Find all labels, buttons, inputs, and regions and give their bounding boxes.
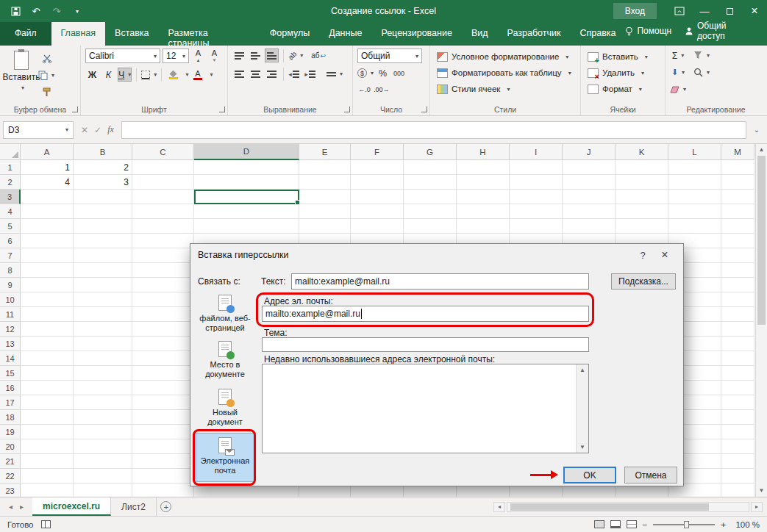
text-to-display-input[interactable]: mailto:example@mail.ru: [291, 273, 589, 290]
decrease-indent-button[interactable]: ◂: [288, 67, 302, 81]
cell-B6[interactable]: [74, 234, 132, 248]
sidebar-item-place-in-document[interactable]: Место в документе: [196, 337, 254, 381]
cell-M2[interactable]: [721, 175, 754, 190]
column-header-D[interactable]: D: [194, 144, 299, 160]
cell-A20[interactable]: [21, 439, 74, 454]
cell-C10[interactable]: [132, 292, 194, 307]
cell-B11[interactable]: [74, 307, 132, 322]
cell-E3[interactable]: [299, 190, 351, 204]
row-header-4[interactable]: 4: [0, 204, 21, 219]
cell-B18[interactable]: [74, 410, 132, 425]
cell-M20[interactable]: [721, 439, 754, 454]
decrease-decimal-button[interactable]: .00→: [374, 82, 390, 96]
sheet-tab-list2[interactable]: Лист2: [111, 497, 157, 516]
cell-I2[interactable]: [510, 175, 563, 190]
fill-color-button[interactable]: [166, 68, 180, 82]
cell-J5[interactable]: [563, 219, 616, 234]
cell-M16[interactable]: [721, 381, 754, 395]
row-header-15[interactable]: 15: [0, 366, 21, 381]
delete-cells-button[interactable]: Удалить▾: [585, 65, 662, 81]
column-header-F[interactable]: F: [351, 144, 404, 160]
cell-C14[interactable]: [132, 351, 194, 366]
cell-A8[interactable]: [21, 263, 74, 278]
zoom-slider[interactable]: [653, 524, 715, 525]
cell-B1[interactable]: 2: [74, 160, 132, 175]
cell-F5[interactable]: [351, 219, 404, 234]
cell-A11[interactable]: [21, 307, 74, 322]
cell-C8[interactable]: [132, 263, 194, 278]
new-sheet-button[interactable]: +: [157, 497, 176, 516]
cell-M19[interactable]: [721, 425, 754, 439]
cell-C23[interactable]: [132, 484, 194, 497]
cell-C4[interactable]: [132, 204, 194, 219]
cell-B10[interactable]: [74, 292, 132, 307]
cut-button[interactable]: [38, 51, 54, 65]
cell-B7[interactable]: [74, 248, 132, 263]
increase-decimal-button[interactable]: ←.0: [357, 82, 371, 96]
view-page-layout-button[interactable]: [610, 520, 621, 528]
format-cells-button[interactable]: Формат▾: [585, 81, 662, 97]
cell-B4[interactable]: [74, 204, 132, 219]
cell-E2[interactable]: [299, 175, 351, 190]
row-header-10[interactable]: 10: [0, 292, 21, 307]
row-header-23[interactable]: 23: [0, 484, 21, 497]
cell-C6[interactable]: [132, 234, 194, 248]
cell-styles-button[interactable]: Стили ячеек▾: [435, 81, 577, 97]
cell-M4[interactable]: [721, 204, 754, 219]
cell-E1[interactable]: [299, 160, 351, 175]
tab-page-layout[interactable]: Разметка страницы: [159, 22, 260, 46]
cell-A15[interactable]: [21, 366, 74, 381]
share-button[interactable]: Общий доступ: [685, 21, 755, 41]
cell-K3[interactable]: [616, 190, 668, 204]
column-header-H[interactable]: H: [457, 144, 510, 160]
select-all-corner[interactable]: [0, 144, 21, 160]
cell-G1[interactable]: [404, 160, 457, 175]
conditional-formatting-button[interactable]: Условное форматирование▾: [435, 48, 577, 65]
cell-M3[interactable]: [721, 190, 754, 204]
cell-C20[interactable]: [132, 439, 194, 454]
cell-A18[interactable]: [21, 410, 74, 425]
confirm-entry-icon[interactable]: ✓: [94, 125, 101, 135]
accounting-format-button[interactable]: $▾: [357, 66, 374, 80]
cell-D5[interactable]: [194, 219, 299, 234]
cell-H2[interactable]: [457, 175, 510, 190]
zoom-slider-thumb[interactable]: [684, 521, 689, 528]
cell-M1[interactable]: [721, 160, 754, 175]
redo-icon[interactable]: ↷: [50, 4, 63, 18]
cell-A6[interactable]: [21, 234, 74, 248]
macro-record-icon[interactable]: [41, 520, 51, 528]
clipboard-dialog-launcher-icon[interactable]: [72, 107, 78, 112]
next-sheet-icon[interactable]: ▸: [20, 503, 24, 511]
merge-center-button[interactable]: ▾: [327, 67, 343, 81]
cell-M13[interactable]: [721, 337, 754, 351]
email-address-input[interactable]: mailto:example@mail.ru: [262, 306, 589, 322]
horizontal-scroll-thumb[interactable]: [510, 503, 709, 511]
cell-J4[interactable]: [563, 204, 616, 219]
row-header-20[interactable]: 20: [0, 439, 21, 454]
cell-C1[interactable]: [132, 160, 194, 175]
previous-sheet-icon[interactable]: ◂: [9, 503, 13, 511]
sheet-tab-microexcel[interactable]: microexcel.ru: [32, 497, 111, 516]
format-as-table-button[interactable]: Форматировать как таблицу▾: [435, 65, 577, 81]
cell-I4[interactable]: [510, 204, 563, 219]
cell-J3[interactable]: [563, 190, 616, 204]
orientation-button[interactable]: ab▾: [288, 48, 303, 62]
cell-L1[interactable]: [668, 160, 721, 175]
tab-review[interactable]: Рецензирование: [371, 22, 462, 46]
cell-B21[interactable]: [74, 454, 132, 469]
column-header-G[interactable]: G: [404, 144, 457, 160]
save-icon[interactable]: [9, 4, 22, 18]
cell-A4[interactable]: [21, 204, 74, 219]
autosum-button[interactable]: Σ▾: [670, 48, 686, 62]
cell-M6[interactable]: [721, 234, 754, 248]
column-header-M[interactable]: M: [721, 144, 754, 160]
cell-M23[interactable]: [721, 484, 754, 497]
row-header-18[interactable]: 18: [0, 410, 21, 425]
clear-button[interactable]: ▾: [670, 82, 686, 96]
cell-B12[interactable]: [74, 322, 132, 337]
cell-B15[interactable]: [74, 366, 132, 381]
cell-M14[interactable]: [721, 351, 754, 366]
row-header-17[interactable]: 17: [0, 395, 21, 410]
insert-function-button[interactable]: fx: [107, 124, 114, 135]
cell-H1[interactable]: [457, 160, 510, 175]
